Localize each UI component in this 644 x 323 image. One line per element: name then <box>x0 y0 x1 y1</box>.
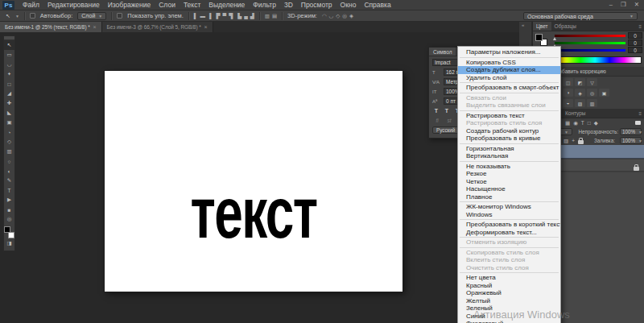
distribute-icon[interactable]: ▥ <box>265 13 270 19</box>
workspace-select[interactable]: Основная рабочая среда ▼ <box>523 12 638 20</box>
close-button[interactable]: ✕ <box>634 1 639 8</box>
menubar-item[interactable]: Редактирование <box>47 1 100 9</box>
adjustment-icon[interactable]: ▥ <box>587 99 597 107</box>
align-icon[interactable]: ▐ <box>208 13 212 19</box>
align-icon[interactable]: ▟ <box>250 13 254 19</box>
menu-item-anti-alias-crisp[interactable]: Четкое <box>458 178 560 186</box>
menu-item-anti-alias-sharp[interactable]: Резкое <box>458 170 560 178</box>
filter-toggle[interactable] <box>635 121 641 125</box>
lock-transparency-icon[interactable]: ▨ <box>564 138 568 144</box>
canvas-text-layer[interactable]: текст <box>138 176 370 251</box>
distribute-icon[interactable]: ▤ <box>272 13 277 19</box>
menu-item-rasterize-layer-style[interactable]: Растрировать стиль слоя <box>458 119 560 127</box>
document-canvas[interactable]: текст <box>105 71 402 292</box>
align-icon[interactable]: ▬ <box>200 13 205 19</box>
panel-menu-icon[interactable]: ≡ <box>638 111 644 116</box>
menu-item-windows[interactable]: Windows <box>458 211 560 219</box>
menu-item-create-work-path[interactable]: Создать рабочий контур <box>458 127 560 135</box>
magic-wand-tool[interactable]: ✦ <box>4 69 14 79</box>
menu-item-copy-layer-style[interactable]: Скопировать стиль слоя <box>458 249 560 257</box>
menu-item-anti-alias-strong[interactable]: Насыщенное <box>458 185 560 193</box>
menu-item-copy-css[interactable]: Копировать CSS <box>458 59 560 67</box>
opentype-button[interactable]: fi <box>432 118 442 123</box>
tool-preset-caret-icon[interactable]: ▼ <box>15 14 19 19</box>
marquee-tool[interactable]: ▭ <box>4 50 14 60</box>
autoselect-checkbox[interactable] <box>30 13 35 19</box>
menu-item-convert-to-point-text[interactable]: Преобразовать в короткий текст <box>458 221 560 229</box>
menubar-item[interactable]: Окно <box>341 1 357 9</box>
mode3d-icon[interactable]: ◇ <box>336 13 340 19</box>
red-value-field[interactable]: 0 <box>628 32 642 39</box>
adjustment-icon[interactable]: ▨ <box>575 99 585 107</box>
menu-item-color-none[interactable]: Нет цвета <box>458 274 560 282</box>
menubar-item[interactable]: Справка <box>364 1 390 9</box>
type-style-button[interactable]: T <box>443 108 451 114</box>
menubar-item[interactable]: Файл <box>23 1 39 9</box>
menu-item-color-yellow[interactable]: Желтый <box>458 297 560 305</box>
panel-tab[interactable]: Цвет <box>533 22 551 31</box>
menu-item-release-isolation[interactable]: Отменить изоляцию <box>458 238 560 246</box>
menu-item-clear-layer-style[interactable]: Очистить стиль слоя <box>458 264 560 272</box>
menu-item-vertical[interactable]: Вертикальная <box>458 152 560 160</box>
foreground-background-swatches[interactable] <box>4 226 14 238</box>
align-icon[interactable]: ▌ <box>194 13 198 19</box>
slider-handle[interactable] <box>553 37 556 40</box>
brush-tool[interactable]: ◣ <box>4 108 14 118</box>
eraser-tool[interactable]: ◇ <box>4 137 14 147</box>
zoom-tool[interactable]: ◎ <box>4 214 14 224</box>
menubar-item[interactable]: Фильтр <box>253 1 276 9</box>
menu-item-convert-to-smart-object[interactable]: Преобразовать в смарт-объект <box>458 84 560 92</box>
menu-item-warp-text[interactable]: Деформировать текст... <box>458 229 560 237</box>
path-selection-tool[interactable]: ▶ <box>4 195 14 205</box>
adjustment-icon[interactable]: ◩ <box>575 78 585 86</box>
shape-tool[interactable]: ■ <box>4 205 14 214</box>
mode3d-icon[interactable]: ◠ <box>322 13 327 19</box>
tab-close-icon[interactable]: × <box>204 24 208 30</box>
opentype-button[interactable]: st <box>444 118 454 123</box>
minimize-button[interactable]: – <box>609 1 613 8</box>
align-icon[interactable]: ▀ <box>223 13 227 19</box>
crop-tool[interactable]: □ <box>4 79 14 89</box>
layer-filter-icon[interactable]: T <box>581 120 584 126</box>
menubar-item[interactable]: Слои <box>159 1 175 9</box>
mode3d-icon[interactable]: ◈ <box>349 13 353 19</box>
menu-item-anti-alias-smooth[interactable]: Плавное <box>458 193 560 201</box>
adjustment-icon[interactable]: ◈ <box>575 89 585 97</box>
align-icon[interactable]: ▛ <box>217 13 221 19</box>
menubar-item[interactable]: Выделение <box>208 1 245 9</box>
adjustment-icon[interactable]: ◑ <box>563 89 573 97</box>
adjustment-icon[interactable]: ◒ <box>563 99 573 107</box>
panel-menu-icon[interactable]: ≡ <box>638 24 644 29</box>
menubar-item[interactable]: Изображение <box>108 1 151 9</box>
menu-item-duplicate-layer[interactable]: Создать дубликат слоя... <box>458 66 560 74</box>
menu-item-select-linked-layers[interactable]: Выделить связанные слои <box>458 101 560 110</box>
lasso-tool[interactable]: ◡ <box>4 60 14 69</box>
blue-value-field[interactable]: 0 <box>628 47 642 53</box>
show-transform-controls-checkbox[interactable] <box>117 13 122 19</box>
restore-button[interactable]: ❐ <box>621 1 626 8</box>
color-panel-swatches[interactable] <box>535 34 547 46</box>
type-tool[interactable]: T <box>4 185 14 195</box>
menubar-item[interactable]: Текст <box>184 1 200 9</box>
lock-all-icon[interactable] <box>578 140 584 144</box>
opacity-value-select[interactable]: 100% ▼ <box>620 128 642 135</box>
eyedropper-tool[interactable]: ◢ <box>4 89 14 98</box>
align-icon[interactable]: ▙ <box>237 13 242 19</box>
history-brush-tool[interactable]: ◔ <box>4 127 14 137</box>
menu-item-convert-to-shape[interactable]: Преобразовать в кривые <box>458 135 560 143</box>
menubar-item[interactable]: Просмотр <box>301 1 332 9</box>
blur-tool[interactable]: ○ <box>4 156 14 166</box>
menu-item-paste-layer-style[interactable]: Вклеить стиль слоя <box>458 256 560 264</box>
menu-item-delete-layer[interactable]: Удалить слой <box>458 74 560 82</box>
foreground-color-swatch[interactable] <box>4 226 10 233</box>
doc-tab-1[interactable]: Без имени-1 @ 25% (текст, RGB/8) * × <box>0 22 102 32</box>
foreground-color-swatch[interactable] <box>535 34 543 41</box>
layer-filter-icon[interactable]: ◆ <box>594 120 598 126</box>
menu-item-link-layers[interactable]: Связать слои <box>458 94 560 102</box>
pen-tool[interactable]: ✎ <box>4 176 14 185</box>
dodge-tool[interactable]: ◐ <box>4 166 14 176</box>
move-tool[interactable]: ↖ <box>4 40 14 50</box>
green-value-field[interactable]: 0 <box>628 39 642 46</box>
gradient-tool[interactable]: ▥ <box>4 147 14 156</box>
menubar-item[interactable]: 3D <box>284 1 293 9</box>
